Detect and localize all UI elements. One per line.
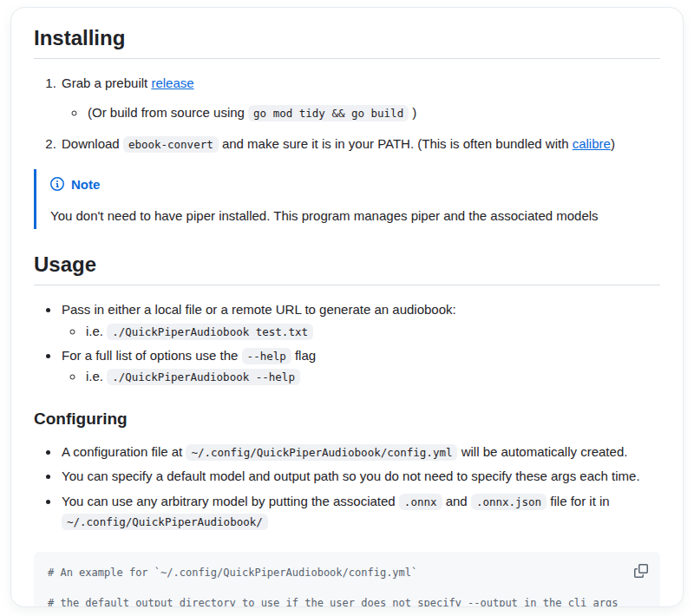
list-item: Download ebook-convert and make sure it … bbox=[60, 134, 660, 154]
step-text: and make sure it is in your PATH. (This … bbox=[219, 136, 573, 151]
inline-code: .onnx.json bbox=[471, 494, 547, 510]
section-heading-installing: Installing bbox=[34, 25, 660, 59]
step-text: ) bbox=[611, 136, 615, 151]
bullet-text: You can use any arbitrary model by putti… bbox=[62, 494, 399, 508]
bullet-text: A configuration file at bbox=[62, 444, 186, 459]
section-heading-usage: Usage bbox=[34, 252, 660, 285]
code-blank-line bbox=[48, 580, 646, 595]
installing-substeps: (Or build from source using go mod tidy … bbox=[62, 102, 660, 122]
step-text: Download bbox=[62, 136, 123, 151]
code-comment: # An example for `~/.config/QuickPiperAu… bbox=[48, 567, 417, 579]
yaml-example: # An example for `~/.config/QuickPiperAu… bbox=[34, 552, 660, 607]
usage-list: Pass in either a local file or a remote … bbox=[34, 299, 660, 386]
note-label: Note bbox=[71, 174, 100, 194]
note-title: Note bbox=[50, 174, 646, 194]
list-item: A configuration file at ~/.config/QuickP… bbox=[60, 442, 660, 462]
inline-code: ./QuickPiperAudiobook --help bbox=[107, 369, 300, 385]
inline-code: go mod tidy && go build bbox=[248, 105, 409, 121]
code-comment: # the default output directory to use if… bbox=[48, 597, 618, 607]
bullet-text: i.e. bbox=[86, 369, 107, 383]
step-text: ) bbox=[409, 105, 416, 120]
usage-sublist: i.e. ./QuickPiperAudiobook test.txt bbox=[62, 321, 660, 341]
calibre-link[interactable]: calibre bbox=[573, 136, 611, 151]
bullet-text: flag bbox=[291, 348, 316, 363]
inline-code: .onnx bbox=[399, 494, 442, 510]
release-link[interactable]: release bbox=[151, 75, 193, 90]
copy-button[interactable] bbox=[628, 558, 654, 584]
readme-card: Installing Grab a prebuilt release (Or b… bbox=[10, 7, 684, 607]
usage-sublist: i.e. ./QuickPiperAudiobook --help bbox=[62, 366, 660, 386]
configuring-list: A configuration file at ~/.config/QuickP… bbox=[34, 442, 660, 531]
inline-code: ~/.config/QuickPiperAudiobook/ bbox=[62, 514, 268, 530]
bullet-text: will be automatically created. bbox=[457, 444, 627, 459]
info-icon bbox=[50, 177, 64, 191]
bullet-text: For a full list of options use the bbox=[62, 348, 242, 363]
list-item: You can use any arbitrary model by putti… bbox=[60, 491, 660, 532]
copy-icon bbox=[634, 564, 648, 578]
inline-code: ./QuickPiperAudiobook test.txt bbox=[107, 324, 313, 340]
list-item: Pass in either a local file or a remote … bbox=[60, 299, 660, 341]
step-text: (Or build from source using bbox=[88, 105, 248, 120]
inline-code: ~/.config/QuickPiperAudiobook/config.yml bbox=[186, 444, 457, 461]
code-block: # An example for `~/.config/QuickPiperAu… bbox=[34, 552, 660, 607]
list-item: You can specify a default model and outp… bbox=[60, 466, 660, 486]
bullet-text: and bbox=[442, 494, 471, 508]
installing-steps: Grab a prebuilt release (Or build from s… bbox=[34, 73, 660, 154]
bullet-text: i.e. bbox=[86, 324, 107, 338]
list-item: i.e. ./QuickPiperAudiobook test.txt bbox=[84, 321, 660, 341]
inline-code: --help bbox=[242, 348, 291, 364]
inline-code: ebook-convert bbox=[123, 136, 219, 153]
list-item: (Or build from source using go mod tidy … bbox=[86, 102, 660, 122]
note-text: You don't need to have piper installed. … bbox=[50, 206, 646, 226]
section-heading-configuring: Configuring bbox=[34, 409, 660, 429]
step-text: Grab a prebuilt bbox=[62, 75, 151, 90]
list-item: Grab a prebuilt release (Or build from s… bbox=[60, 73, 660, 123]
bullet-text: file for it in bbox=[547, 494, 610, 508]
bullet-text: Pass in either a local file or a remote … bbox=[62, 302, 456, 317]
bullet-text: You can specify a default model and outp… bbox=[62, 469, 640, 483]
note-callout: Note You don't need to have piper instal… bbox=[34, 169, 660, 230]
list-item: i.e. ./QuickPiperAudiobook --help bbox=[84, 366, 660, 386]
list-item: For a full list of options use the --hel… bbox=[60, 345, 660, 387]
